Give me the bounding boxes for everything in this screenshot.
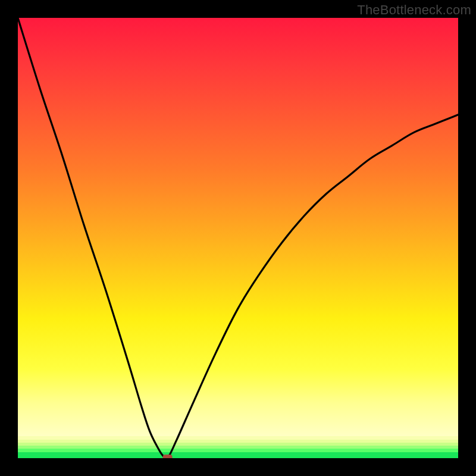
curve-svg — [18, 18, 458, 458]
watermark-label: TheBottleneck.com — [357, 2, 471, 18]
bottleneck-curve — [18, 18, 458, 458]
chart-frame: TheBottleneck.com — [0, 0, 476, 476]
plot-area — [18, 18, 458, 458]
minimum-marker — [163, 455, 173, 458]
